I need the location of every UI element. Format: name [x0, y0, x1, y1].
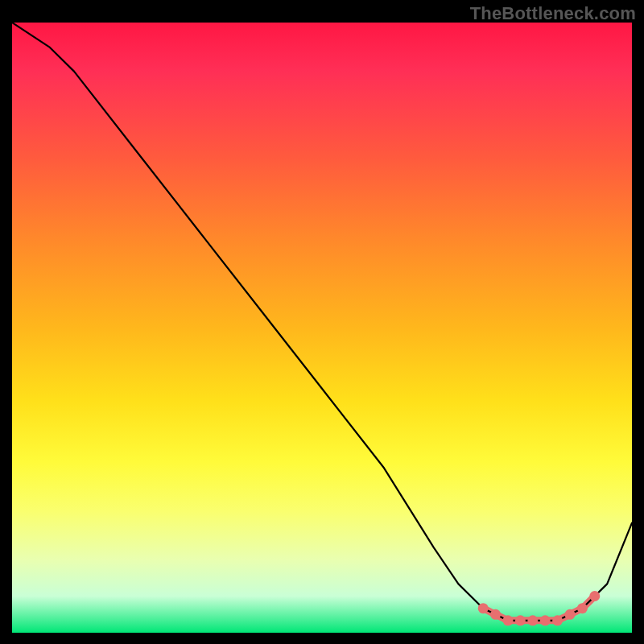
curve-svg: [12, 23, 632, 633]
main-curve: [12, 23, 632, 621]
highlight-dot: [552, 615, 563, 625]
highlight-dot: [527, 615, 538, 625]
curve-path: [12, 23, 632, 621]
highlight-path: [483, 597, 595, 621]
highlight-segment: [483, 597, 595, 621]
highlight-dot: [577, 603, 588, 613]
highlight-dot: [503, 615, 514, 625]
plot-area: [12, 23, 632, 633]
highlight-dot: [589, 591, 600, 601]
highlight-dot: [478, 603, 489, 613]
attribution-text: TheBottleneck.com: [470, 3, 636, 24]
highlight-dot: [515, 615, 526, 625]
highlight-dots: [478, 591, 601, 625]
highlight-dot: [490, 609, 501, 620]
highlight-dot: [540, 615, 551, 625]
chart-frame: TheBottleneck.com: [0, 0, 644, 644]
highlight-dot: [565, 609, 576, 620]
